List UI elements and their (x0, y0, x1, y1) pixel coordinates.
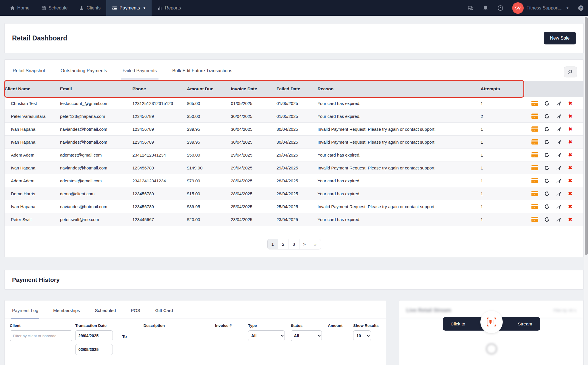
amount-due-cell: $149.00 (187, 165, 231, 170)
delete-icon[interactable]: ✖ (567, 152, 574, 158)
date-to-input[interactable] (75, 344, 113, 355)
invoice-date-cell: 23/04/2025 (231, 217, 276, 222)
delete-icon[interactable]: ✖ (567, 191, 574, 196)
card-icon[interactable] (531, 139, 538, 145)
card-icon[interactable] (531, 126, 538, 132)
stream-filter[interactable]: Filter by: All ∨ (554, 308, 577, 313)
retry-icon[interactable] (543, 178, 550, 184)
retry-icon[interactable] (543, 152, 550, 158)
tab-bulk-edit-future-transactions[interactable]: Bulk Edit Future Transactions (171, 68, 234, 79)
barcode-scan-badge[interactable] (480, 311, 503, 333)
row-actions: ✖ (529, 178, 583, 184)
client-filter-input[interactable] (10, 330, 72, 341)
nav-item-payments[interactable]: Payments ▼ (106, 0, 152, 16)
retry-icon[interactable] (543, 113, 550, 119)
new-sale-button[interactable]: New Sale (544, 32, 576, 44)
stream-title: Live Retail Stream (406, 307, 451, 313)
send-icon[interactable] (555, 178, 562, 184)
page-button->[interactable]: > (299, 239, 310, 249)
send-icon[interactable] (555, 113, 562, 119)
retry-icon[interactable] (543, 126, 550, 132)
delete-icon[interactable]: ✖ (567, 165, 574, 171)
send-icon[interactable] (555, 139, 562, 145)
help-icon[interactable]: ? (578, 5, 584, 11)
card-icon[interactable] (531, 178, 538, 184)
scrollbar-thumb[interactable] (585, 17, 588, 255)
email-cell: naviandes@hotmail.com (60, 140, 132, 145)
send-icon[interactable] (555, 216, 562, 222)
tab-outstanding-payments[interactable]: Outstanding Payments (59, 68, 109, 79)
nav-item-schedule[interactable]: Schedule (35, 0, 74, 16)
delete-icon[interactable]: ✖ (567, 100, 574, 106)
attempts-cell: 2 (481, 114, 529, 119)
clock-icon[interactable] (497, 5, 504, 11)
row-actions: ✖ (529, 126, 583, 132)
nav-item-home[interactable]: Home (4, 0, 35, 16)
date-from-input[interactable] (75, 330, 113, 341)
send-icon[interactable] (555, 165, 562, 171)
page-button-1[interactable]: 1 (268, 239, 278, 249)
row-actions: ✖ (529, 113, 583, 119)
card-icon[interactable] (531, 216, 538, 222)
retry-icon[interactable] (543, 165, 550, 171)
nav-label: Clients (86, 5, 100, 11)
page-button-2[interactable]: 2 (278, 239, 289, 249)
send-icon[interactable] (555, 191, 562, 196)
col-email: Email (60, 86, 132, 91)
chat-icon[interactable] (467, 5, 474, 11)
bell-icon[interactable] (482, 5, 489, 11)
show-results-select[interactable]: 10 (353, 330, 371, 341)
status-filter-select[interactable]: All (291, 330, 322, 341)
delete-icon[interactable]: ✖ (567, 126, 574, 132)
card-icon[interactable] (531, 152, 538, 158)
nav-label: Payments (119, 5, 140, 11)
tab-payment-log[interactable]: Payment Log (11, 308, 39, 319)
send-icon[interactable] (555, 204, 562, 209)
nav-item-reports[interactable]: Reports (152, 0, 187, 16)
retry-icon[interactable] (543, 191, 550, 196)
amount-due-cell: $39.95 (187, 127, 231, 132)
delete-icon[interactable]: ✖ (567, 178, 574, 184)
send-icon[interactable] (555, 152, 562, 158)
page-button-»[interactable]: » (310, 239, 321, 249)
attempts-cell: 1 (481, 217, 529, 222)
tab-retail-snapshot[interactable]: Retail Snapshot (11, 68, 47, 79)
tab-pos[interactable]: POS (130, 308, 142, 319)
type-filter-select[interactable]: All (248, 330, 285, 341)
table-row: Adem Ademademtest@gmail.com2341241234123… (5, 149, 583, 161)
avatar[interactable]: SV (512, 2, 524, 14)
payment-history-tabs: Payment Log Memberships Scheduled POS Gi… (5, 300, 386, 319)
tab-scheduled[interactable]: Scheduled (94, 308, 117, 319)
tab-gift-card[interactable]: Gift Card (154, 308, 174, 319)
invoice-date-cell: 28/04/2025 (231, 178, 276, 183)
retry-icon[interactable] (543, 216, 550, 222)
reason-cell: Invalid Payment Request. Please try agai… (318, 204, 481, 209)
retry-icon[interactable] (543, 100, 550, 106)
card-icon[interactable] (531, 165, 538, 171)
delete-icon[interactable]: ✖ (567, 204, 574, 209)
row-actions: ✖ (529, 204, 583, 209)
client-name-cell: Adem Adem (5, 153, 60, 157)
card-icon[interactable] (531, 113, 538, 119)
delete-icon[interactable]: ✖ (567, 216, 574, 222)
card-icon[interactable] (531, 100, 538, 106)
card-icon[interactable] (531, 191, 538, 196)
tab-failed-payments[interactable]: Failed Payments (121, 68, 158, 79)
retry-icon[interactable] (543, 139, 550, 145)
search-button[interactable] (564, 67, 577, 77)
amount-due-cell: $39.95 (187, 140, 231, 145)
phone-cell: 123456789 (132, 140, 187, 145)
vertical-scrollbar[interactable] (584, 16, 588, 365)
send-icon[interactable] (555, 100, 562, 106)
email-cell: peter.swift@me.com (60, 217, 132, 222)
row-actions: ✖ (529, 152, 583, 158)
tab-memberships[interactable]: Memberships (52, 308, 81, 319)
page-button-3[interactable]: 3 (289, 239, 299, 249)
nav-item-clients[interactable]: Clients (73, 0, 106, 16)
delete-icon[interactable]: ✖ (567, 139, 574, 145)
send-icon[interactable] (555, 126, 562, 132)
delete-icon[interactable]: ✖ (567, 113, 574, 119)
card-icon[interactable] (531, 204, 538, 209)
retry-icon[interactable] (543, 204, 550, 209)
user-menu[interactable]: SV Fitness Support... ▼ (512, 2, 569, 14)
